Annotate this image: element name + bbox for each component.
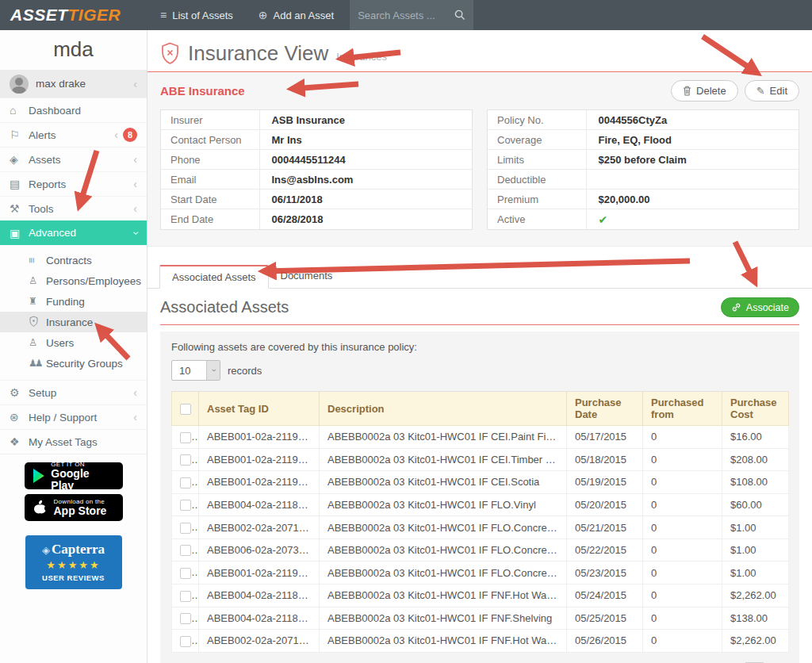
asset-tag-link[interactable]: ABEB004-02a-2118139 [199,584,320,607]
purchase-date-cell: 05/21/2015 [567,516,643,539]
asset-tag-link[interactable]: ABEB001-02a-2119321 [199,426,320,449]
row-checkbox[interactable] [180,454,191,466]
asset-tag-link[interactable]: ABEB001-02a-2119323 [199,448,320,471]
associated-assets-panel: Following assets are covered by this ins… [160,332,799,663]
sidebar-item-label: Insurance [46,316,93,328]
capterra-badge[interactable]: ◈Capterra ★★★★★ USER REVIEWS [25,535,122,589]
row-checkbox[interactable] [180,613,191,624]
asset-description-link[interactable]: ABEBB0002a 03 Kitc01-HWC01 IF FLO.Concre… [320,516,567,539]
asset-description-link[interactable]: ABEBB0002a 03 Kitc01-HWC01 IF CEI.Scotia [320,471,567,494]
asset-description-link[interactable]: ABEBB0002a 03 Kitc01-HWC01 IF FNF.Shelvi… [320,607,567,630]
asset-description-link[interactable]: ABEBB0002a 03 Kitc01-HWC01 IF FLO.Concre… [320,538,567,561]
purchase-date-cell: 05/23/2015 [567,561,643,584]
col-purchase-date[interactable]: Purchase Date [567,392,643,426]
row-checkbox[interactable] [180,523,191,534]
asset-tag-link[interactable]: ABEB006-02a-2073485 [199,538,320,561]
chevron-left-icon: ‹ [133,78,137,90]
sidebar-item-advanced[interactable]: ▣ Advanced ‹ [0,220,147,245]
chevron-left-icon: ‹ [133,178,137,190]
trash-icon [683,86,691,96]
row-checkbox[interactable] [180,500,191,511]
purchase-date-cell: 05/22/2015 [567,538,643,561]
nav-list-of-assets[interactable]: ≡ List of Assets [147,0,246,30]
table-row: ABEB002-02a-2071437 ABEBB0002a 03 Kitc01… [172,630,789,653]
row-checkbox[interactable] [180,591,191,602]
detail-field-row: Policy No. 0044556CtyZa [488,110,799,130]
asset-tiger-logo[interactable]: ASSETTIGER [0,0,147,30]
row-checkbox[interactable] [180,545,191,556]
briefcase-icon: ▣ [10,227,29,240]
asset-description-link[interactable]: ABEBB0002a 03 Kitc01-HWC01 IF FNF.Hot Wa… [320,630,567,653]
edit-button[interactable]: ✎ Edit [745,80,799,102]
search-input[interactable] [358,10,454,21]
asset-tag-link[interactable]: ABEB001-02a-2119324 [199,561,320,584]
sidebar-item-user[interactable]: max drake ‹ [0,70,147,98]
sidebar-item-persons-employees[interactable]: ♙ Persons/Employees [0,270,147,291]
insurance-fields-right: Policy No. 0044556CtyZa Coverage Fire, E… [487,109,799,230]
sidebar-item-contracts[interactable]: ≡ Contracts [0,250,147,270]
sidebar-item-security-groups[interactable]: ♟♟ Security Groups [0,353,147,374]
sidebar-item-setup[interactable]: ⚙ Setup ‹ [0,380,147,404]
records-per-page-select[interactable]: 10 ‹ [171,360,220,381]
sidebar-item-reports[interactable]: ▤ Reports ‹ [0,171,147,196]
asset-tag-link[interactable]: ABEB004-02a-2118140 [199,607,320,630]
sidebar-item-label: Security Groups [46,358,123,370]
nav-add-an-asset[interactable]: ⊕ Add an Asset [246,0,347,30]
sidebar-item-dashboard[interactable]: ⌂ Dashboard ‹ [0,98,147,122]
nav-list-of-assets-label: List of Assets [172,10,233,21]
sidebar-item-funding[interactable]: ♜ Funding [0,291,147,312]
row-checkbox[interactable] [180,432,191,443]
row-checkbox[interactable] [180,477,191,489]
sidebar-item-insurance[interactable]: Insurance [0,312,147,332]
asset-tag-link[interactable]: ABEB002-02a-2071437 [199,630,320,653]
detail-field-row: End Date 06/28/2018 [161,209,472,229]
sliders-icon: ≡ [26,257,37,263]
purchased-from-cell: 0 [643,426,722,449]
select-all-checkbox[interactable] [180,404,191,415]
purchase-cost-cell: $138.00 [722,607,789,630]
assets-table-body: ABEB001-02a-2119321 ABEBB0002a 03 Kitc01… [172,426,789,653]
sidebar-item-users[interactable]: ♙ Users [0,332,147,353]
col-description[interactable]: Description [320,392,567,426]
asset-tag-link[interactable]: ABEB004-02a-2118141 [199,493,320,516]
sidebar-item-alerts[interactable]: ⚐ Alerts ‹ 8 [0,122,147,147]
row-checkbox[interactable] [180,636,191,647]
field-label: Contact Person [161,130,260,149]
asset-description-link[interactable]: ABEBB0002a 03 Kitc01-HWC01 IF CEI.Timber… [320,448,567,471]
search-icon[interactable] [454,10,465,21]
asset-description-link[interactable]: ABEBB0002a 03 Kitc01-HWC01 IF FNF.Hot Wa… [320,584,567,607]
sidebar-item-assets[interactable]: ◈ Assets ‹ [0,147,147,171]
chevron-left-icon: ‹ [114,128,118,141]
tab-documents[interactable]: Documents [269,265,345,289]
sidebar-item-my-asset-tags[interactable]: ❖ My Asset Tags [0,429,147,454]
col-asset-tag-id[interactable]: Asset Tag ID [199,392,320,426]
sidebar-item-help-support[interactable]: ⊛ Help / Support ‹ [0,404,147,429]
asset-description-link[interactable]: ABEBB0002a 03 Kitc01-HWC01 IF CEI.Paint … [320,426,567,449]
associate-button[interactable]: Associate [721,297,799,317]
delete-button-label: Delete [696,85,726,97]
app-store-badge[interactable]: Download on the App Store [25,494,123,521]
row-checkbox[interactable] [180,568,191,579]
field-value [587,176,799,182]
asset-description-link[interactable]: ABEBB0002a 03 Kitc01-HWC01 IF FLO.Vinyl [320,493,567,516]
app-window: ASSETTIGER ≡ List of Assets ⊕ Add an Ass… [0,0,812,663]
capterra-caption: USER REVIEWS [29,573,119,582]
sidebar-item-tools[interactable]: ⚒ Tools ‹ [0,196,147,220]
col-purchase-cost[interactable]: Purchase Cost [722,392,789,426]
google-play-label: Google Play [51,468,114,492]
sidebar-item-label: My Asset Tags [29,436,98,448]
field-label: Start Date [161,190,260,209]
detail-field-row: Coverage Fire, EQ, Flood [488,130,799,150]
edit-button-label: Edit [770,85,787,97]
tab-associated-assets[interactable]: Associated Assets [159,265,269,289]
field-value: $20,000.00 [587,190,799,209]
google-play-badge[interactable]: GET IT ON Google Play [25,462,123,489]
sidebar-item-label: Help / Support [29,412,97,423]
asset-tag-link[interactable]: ABEB002-02a-2071436 [199,516,320,539]
purchase-date-cell: 05/25/2015 [567,607,643,630]
asset-tag-link[interactable]: ABEB001-02a-2119322 [199,471,320,494]
sidebar-item-label: Tools [29,203,54,215]
delete-button[interactable]: Delete [671,80,738,102]
asset-description-link[interactable]: ABEBB0002a 03 Kitc01-HWC01 IF FLO.Concre… [320,561,567,584]
col-purchased-from[interactable]: Purchased from [643,392,722,426]
